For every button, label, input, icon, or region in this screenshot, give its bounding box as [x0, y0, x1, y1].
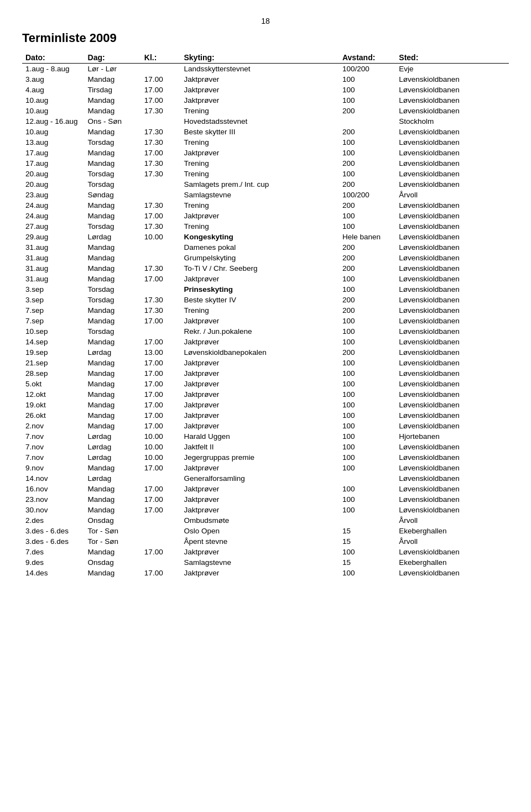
cell-kl: 17.30: [141, 127, 181, 137]
cell-sted: Løvenskioldbanen: [395, 169, 509, 179]
cell-avstand: 100: [339, 484, 395, 494]
cell-kl: [141, 253, 181, 263]
cell-avstand: 100: [339, 337, 395, 347]
cell-dato: 13.aug: [22, 137, 85, 148]
cell-kl: [141, 242, 181, 253]
cell-avstand: 100: [339, 463, 395, 473]
cell-skyting: Jaktprøver: [180, 484, 339, 494]
cell-dag: Lørdag: [85, 442, 141, 452]
cell-sted: Løvenskioldbanen: [395, 158, 509, 169]
cell-dato: 23.nov: [22, 494, 85, 505]
cell-sted: Løvenskioldbanen: [395, 253, 509, 263]
cell-dag: Mandag: [85, 274, 141, 284]
cell-avstand: 100: [339, 221, 395, 232]
cell-dato: 16.nov: [22, 484, 85, 494]
cell-skyting: Jaktprøver: [180, 358, 339, 368]
table-row: 2.desOnsdagOmbudsmøteÅrvoll: [22, 515, 509, 526]
table-row: 10.augMandag17.30Beste skytter III200Løv…: [22, 127, 509, 137]
table-row: 3.sepTorsdag17.30Beste skytter IV200Løve…: [22, 295, 509, 305]
cell-kl: 10.00: [141, 442, 181, 452]
cell-dag: Mandag: [85, 337, 141, 347]
cell-kl: 17.30: [141, 295, 181, 305]
cell-dato: 9.nov: [22, 463, 85, 473]
cell-sted: Løvenskioldbanen: [395, 148, 509, 158]
table-row: 3.des - 6.desTor - SønOslo Open15Ekeberg…: [22, 526, 509, 536]
cell-sted: Løvenskioldbanen: [395, 179, 509, 190]
cell-avstand: [339, 515, 395, 526]
cell-dato: 14.sep: [22, 337, 85, 347]
cell-skyting: Jaktprøver: [180, 547, 339, 557]
cell-skyting: Samlagets prem./ Int. cup: [180, 179, 339, 190]
cell-kl: [141, 326, 181, 337]
cell-dato: 7.nov: [22, 431, 85, 442]
cell-dato: 28.sep: [22, 368, 85, 379]
cell-kl: 17.00: [141, 505, 181, 515]
cell-skyting: Prinseskyting: [180, 284, 339, 295]
cell-skyting: Ombudsmøte: [180, 515, 339, 526]
table-row: 4.augTirsdag17.00Jaktprøver100Løvenskiol…: [22, 85, 509, 95]
cell-kl: [141, 116, 181, 127]
cell-kl: 17.00: [141, 274, 181, 284]
cell-avstand: 15: [339, 536, 395, 547]
cell-kl: 10.00: [141, 232, 181, 242]
table-row: 14.sepMandag17.00Jaktprøver100Løvenskiol…: [22, 337, 509, 347]
cell-avstand: 200: [339, 242, 395, 253]
cell-dato: 7.nov: [22, 442, 85, 452]
cell-dag: Mandag: [85, 242, 141, 253]
table-row: 28.sepMandag17.00Jaktprøver100Løvenskiol…: [22, 368, 509, 379]
table-row: 23.augSøndagSamlagstevne100/200Årvoll: [22, 190, 509, 200]
cell-dato: 3.des - 6.des: [22, 536, 85, 547]
cell-kl: 17.00: [141, 463, 181, 473]
cell-dato: 26.okt: [22, 410, 85, 421]
cell-dato: 14.des: [22, 568, 85, 578]
cell-dato: 1.aug - 8.aug: [22, 64, 85, 75]
table-row: 13.augTorsdag17.30Trening100Løvenskioldb…: [22, 137, 509, 148]
cell-skyting: Kongeskyting: [180, 232, 339, 242]
cell-skyting: Jaktprøver: [180, 337, 339, 347]
table-row: 16.novMandag17.00Jaktprøver100Løvenskiol…: [22, 484, 509, 494]
table-row: 7.novLørdag10.00Harald Uggen100Hjorteban…: [22, 431, 509, 442]
cell-dag: Onsdag: [85, 557, 141, 568]
cell-kl: 17.30: [141, 169, 181, 179]
cell-sted: Løvenskioldbanen: [395, 389, 509, 400]
cell-dato: 20.aug: [22, 169, 85, 179]
table-row: 3.augMandag17.00Jaktprøver100Løvenskiold…: [22, 74, 509, 85]
cell-skyting: Jegergruppas premie: [180, 452, 339, 463]
cell-skyting: Hovedstadsstevnet: [180, 116, 339, 127]
cell-sted: Løvenskioldbanen: [395, 137, 509, 148]
cell-dato: 4.aug: [22, 85, 85, 95]
cell-sted: Løvenskioldbanen: [395, 410, 509, 421]
cell-avstand: 15: [339, 557, 395, 568]
cell-dato: 7.des: [22, 547, 85, 557]
cell-avstand: 200: [339, 106, 395, 116]
cell-kl: [141, 179, 181, 190]
cell-avstand: 100: [339, 137, 395, 148]
cell-sted: Løvenskioldbanen: [395, 305, 509, 316]
cell-skyting: Beste skytter IV: [180, 295, 339, 305]
cell-skyting: Jaktprøver: [180, 274, 339, 284]
cell-sted: Løvenskioldbanen: [395, 284, 509, 295]
cell-avstand: 100: [339, 74, 395, 85]
cell-dag: Mandag: [85, 400, 141, 410]
cell-avstand: 200: [339, 179, 395, 190]
cell-dag: Lørdag: [85, 452, 141, 463]
cell-dato: 19.sep: [22, 347, 85, 358]
cell-avstand: 200: [339, 295, 395, 305]
cell-sted: Løvenskioldbanen: [395, 316, 509, 326]
cell-skyting: Jaktprøver: [180, 400, 339, 410]
cell-dato: 21.sep: [22, 358, 85, 368]
table-row: 10.augMandag17.00Jaktprøver100Løvenskiol…: [22, 95, 509, 106]
cell-skyting: Trening: [180, 158, 339, 169]
cell-sted: Løvenskioldbanen: [395, 274, 509, 284]
cell-avstand: [339, 473, 395, 484]
table-row: 3.des - 6.desTor - SønÅpent stevne15Årvo…: [22, 536, 509, 547]
cell-sted: Løvenskioldbanen: [395, 358, 509, 368]
cell-dato: 2.nov: [22, 421, 85, 431]
table-row: 3.sepTorsdagPrinseskyting100Løvenskioldb…: [22, 284, 509, 295]
cell-skyting: Jaktprøver: [180, 74, 339, 85]
table-row: 7.sepMandag17.00Jaktprøver100Løvenskiold…: [22, 316, 509, 326]
cell-sted: Løvenskioldbanen: [395, 379, 509, 389]
cell-skyting: Trening: [180, 169, 339, 179]
cell-skyting: Jaktprøver: [180, 463, 339, 473]
cell-kl: 17.00: [141, 421, 181, 431]
